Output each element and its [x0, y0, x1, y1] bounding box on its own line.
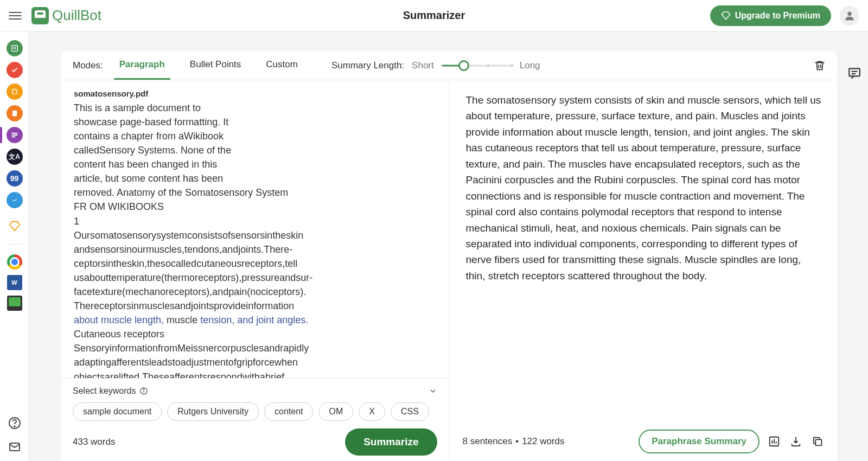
svg-rect-24 [815, 439, 821, 445]
top-header: QuillBot Summarizer Upgrade to Premium [0, 0, 868, 31]
sidebar-mail-icon[interactable] [7, 439, 22, 454]
chip-1[interactable]: Rutgers University [167, 402, 259, 421]
mode-tab-custom[interactable]: Custom [260, 51, 303, 80]
input-text-area[interactable]: somatosensory.pdf This is a sample docum… [61, 80, 449, 378]
chip-2[interactable]: content [264, 402, 313, 421]
output-text[interactable]: The somatosensory system consists of ski… [450, 80, 838, 296]
summary-length-group: Summary Length: Short Long [331, 60, 540, 71]
right-rail [842, 31, 868, 461]
chip-0[interactable]: sample document [73, 402, 162, 421]
sidebar-grammar-icon[interactable] [7, 62, 23, 78]
download-icon[interactable] [789, 434, 803, 449]
svg-point-19 [143, 389, 144, 389]
output-sentence-count: 8 sentences [463, 436, 513, 447]
output-word-count: 122 words [522, 436, 564, 447]
svg-rect-5 [12, 111, 16, 117]
input-link-2[interactable]: tension, and joint angles. [200, 315, 308, 325]
person-icon [844, 10, 856, 22]
input-body: This is a sample document to showcase pa… [74, 101, 436, 378]
input-filename: somatosensory.pdf [74, 88, 436, 100]
svg-rect-12 [849, 68, 860, 76]
sidebar-help-icon[interactable] [7, 415, 22, 431]
sidebar-translator-icon[interactable]: 文A [7, 149, 23, 165]
stats-separator: • [515, 436, 519, 447]
chip-4[interactable]: X [359, 402, 385, 421]
keywords-label: Select keywords [73, 386, 136, 396]
page-title: Summarizer [403, 9, 465, 22]
feedback-icon[interactable] [847, 66, 863, 81]
svg-point-10 [14, 426, 15, 427]
menu-icon[interactable] [9, 9, 22, 22]
sidebar-premium-icon[interactable] [7, 218, 23, 234]
logo-mark-icon [31, 7, 49, 24]
delete-icon[interactable] [814, 60, 826, 72]
output-pane: The somatosensory system consists of ski… [450, 80, 838, 461]
sidebar-paraphraser-icon[interactable] [7, 40, 23, 56]
stats-icon[interactable] [767, 434, 781, 449]
chevron-down-icon[interactable] [429, 387, 437, 395]
input-link-1[interactable]: about muscle length, [74, 315, 164, 325]
copy-icon[interactable] [810, 434, 825, 449]
svg-point-0 [847, 11, 851, 15]
sidebar-word-icon[interactable]: W [7, 275, 22, 290]
paraphrase-button[interactable]: Paraphrase Summary [639, 430, 760, 453]
modes-label: Modes: [73, 60, 103, 71]
upgrade-label: Upgrade to Premium [735, 11, 820, 21]
upgrade-button[interactable]: Upgrade to Premium [710, 5, 831, 26]
sidebar-macos-icon[interactable] [7, 296, 22, 311]
modes-bar: Modes: Paragraph Bullet Points Custom Su… [61, 51, 838, 80]
sidebar-separator [6, 244, 23, 245]
svg-rect-4 [12, 89, 16, 94]
diamond-icon [721, 11, 731, 21]
output-footer: 8 sentences • 122 words Paraphrase Summa… [450, 430, 838, 461]
length-slider[interactable] [442, 64, 512, 67]
mode-tab-bullet[interactable]: Bullet Points [184, 51, 247, 80]
input-footer: Select keywords sample document Rutgers … [61, 378, 449, 461]
slider-thumb[interactable] [458, 60, 469, 71]
chip-5[interactable]: CSS [391, 402, 429, 421]
left-sidebar: 文A 99 W [0, 31, 29, 461]
logo[interactable]: QuillBot [31, 7, 101, 24]
length-label: Summary Length: [331, 60, 404, 71]
main-card: Modes: Paragraph Bullet Points Custom Su… [61, 51, 838, 461]
length-long: Long [520, 60, 540, 71]
mode-tab-paragraph[interactable]: Paragraph [114, 51, 170, 80]
keyword-chips: sample document Rutgers University conte… [73, 402, 437, 421]
sidebar-plagiarism-icon[interactable] [7, 84, 23, 100]
summarize-button[interactable]: Summarize [345, 428, 437, 456]
logo-text: QuillBot [52, 7, 101, 24]
sidebar-chrome-icon[interactable] [7, 254, 22, 270]
keywords-header[interactable]: Select keywords [73, 386, 437, 396]
input-pane: somatosensory.pdf This is a sample docum… [61, 80, 450, 461]
chip-3[interactable]: OM [318, 402, 353, 421]
sidebar-cowriter-icon[interactable] [7, 105, 23, 121]
info-icon [139, 387, 148, 395]
length-short: Short [412, 60, 434, 71]
sidebar-citation-icon[interactable]: 99 [7, 170, 23, 187]
sidebar-summarizer-icon[interactable] [7, 127, 23, 143]
account-avatar[interactable] [840, 6, 859, 25]
input-word-count: 433 words [73, 437, 115, 447]
sidebar-flow-icon[interactable] [7, 192, 23, 208]
